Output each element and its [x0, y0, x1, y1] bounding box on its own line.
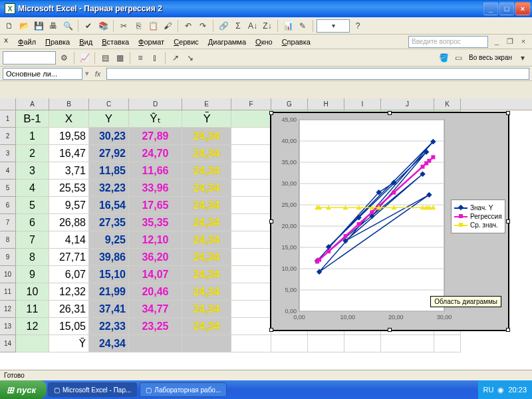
- row-header[interactable]: 5: [0, 180, 16, 197]
- cell-C8[interactable]: 9,25: [89, 231, 129, 249]
- column-header-K[interactable]: K: [434, 98, 461, 110]
- fill-color-icon[interactable]: 🪣: [437, 51, 450, 65]
- doc-restore-button[interactable]: ❐: [505, 37, 515, 47]
- cell-D3[interactable]: 24,70: [129, 145, 182, 162]
- cell-C3[interactable]: 27,92: [89, 145, 129, 162]
- sort-asc-icon[interactable]: A↓: [246, 19, 259, 33]
- format-painter-icon[interactable]: 🖌: [161, 19, 174, 33]
- cell-A12[interactable]: 11: [16, 301, 49, 318]
- cell-J14[interactable]: [381, 335, 434, 352]
- save-icon[interactable]: 💾: [32, 19, 45, 33]
- cell-E9[interactable]: 24,34: [182, 249, 231, 266]
- cell-A5[interactable]: 4: [16, 180, 49, 197]
- column-header-A[interactable]: A: [16, 98, 49, 110]
- cell-F12[interactable]: [231, 301, 271, 318]
- cell-C11[interactable]: 21,99: [89, 283, 129, 301]
- row-header[interactable]: 14: [0, 335, 16, 352]
- cell-A6[interactable]: 5: [16, 197, 49, 214]
- cut-icon[interactable]: ✂: [117, 19, 130, 33]
- tray-lang[interactable]: RU: [483, 386, 494, 394]
- cell-F11[interactable]: [231, 283, 271, 301]
- cell-E4[interactable]: 24,34: [182, 162, 231, 180]
- cell-B7[interactable]: 26,88: [49, 214, 89, 231]
- cell-C1[interactable]: Y: [89, 110, 129, 128]
- cell-E11[interactable]: 24,34: [182, 283, 231, 301]
- cell-A8[interactable]: 7: [16, 231, 49, 249]
- angle-ccw-icon[interactable]: ↗: [169, 51, 182, 65]
- sort-desc-icon[interactable]: Z↓: [261, 19, 274, 33]
- cell-B9[interactable]: 27,71: [49, 249, 89, 266]
- minimize-button[interactable]: _: [483, 2, 498, 15]
- cell-E13[interactable]: 24,34: [182, 318, 231, 335]
- data-table-icon[interactable]: ▦: [113, 51, 126, 65]
- options-icon[interactable]: ▾: [516, 51, 529, 65]
- cell-F7[interactable]: [231, 214, 271, 231]
- column-header-D[interactable]: D: [129, 98, 182, 110]
- help-icon[interactable]: ?: [351, 19, 364, 33]
- column-header-H[interactable]: H: [308, 98, 344, 110]
- cell-D4[interactable]: 11,66: [129, 162, 182, 180]
- cell-C9[interactable]: 39,86: [89, 249, 129, 266]
- cell-C14[interactable]: 24,34: [89, 335, 129, 352]
- row-header[interactable]: 9: [0, 249, 16, 266]
- cell-C6[interactable]: 16,54: [89, 197, 129, 214]
- taskbar-item-excel[interactable]: ▢Microsoft Excel - Пар...: [48, 382, 137, 397]
- cell-F3[interactable]: [231, 145, 271, 162]
- column-header-I[interactable]: I: [344, 98, 381, 110]
- taskbar-item-word[interactable]: ▢Лабораторная рабо...: [140, 382, 227, 397]
- menu-сервис[interactable]: Сервис: [169, 37, 203, 47]
- cell-I14[interactable]: [344, 335, 381, 352]
- cell-D14[interactable]: [129, 335, 182, 352]
- by-column-icon[interactable]: ⫿: [148, 51, 162, 65]
- cell-A1[interactable]: В-1: [16, 110, 49, 128]
- cell-A9[interactable]: 8: [16, 249, 49, 266]
- angle-cw-icon[interactable]: ↘: [184, 51, 197, 65]
- cell-B8[interactable]: 4,14: [49, 231, 89, 249]
- cell-B3[interactable]: 16,47: [49, 145, 89, 162]
- row-header[interactable]: 4: [0, 162, 16, 180]
- cell-E12[interactable]: 24,34: [182, 301, 231, 318]
- start-button[interactable]: ⊞ пуск: [0, 380, 47, 399]
- cell-E3[interactable]: 24,34: [182, 145, 231, 162]
- tray-icon[interactable]: ◉: [497, 386, 504, 394]
- row-header[interactable]: 10: [0, 266, 16, 283]
- cell-E1[interactable]: Ȳ: [182, 110, 231, 128]
- open-icon[interactable]: 📂: [17, 19, 31, 33]
- menu-справка[interactable]: Справка: [277, 37, 315, 47]
- menu-файл[interactable]: Файл: [13, 37, 41, 47]
- doc-icon[interactable]: X: [4, 37, 13, 47]
- cell-D2[interactable]: 27,89: [129, 128, 182, 145]
- column-header-F[interactable]: F: [231, 98, 271, 110]
- research-icon[interactable]: 📚: [96, 19, 110, 33]
- fx-icon[interactable]: fx: [92, 70, 104, 78]
- cell-A2[interactable]: 1: [16, 128, 49, 145]
- cell-B1[interactable]: X: [49, 110, 89, 128]
- maximize-button[interactable]: □: [499, 2, 514, 15]
- cell-D5[interactable]: 33,96: [129, 180, 182, 197]
- cell-H14[interactable]: [308, 335, 344, 352]
- undo-icon[interactable]: ↶: [182, 19, 195, 33]
- row-header[interactable]: 7: [0, 214, 16, 231]
- cell-A14[interactable]: [16, 335, 49, 352]
- cell-E7[interactable]: 24,34: [182, 214, 231, 231]
- cell-D10[interactable]: 14,07: [129, 266, 182, 283]
- row-header[interactable]: 13: [0, 318, 16, 335]
- cell-B5[interactable]: 25,53: [49, 180, 89, 197]
- cell-C13[interactable]: 22,33: [89, 318, 129, 335]
- cell-D1[interactable]: Ŷₜ: [129, 110, 182, 128]
- cell-F2[interactable]: [231, 128, 271, 145]
- cell-E5[interactable]: 24,34: [182, 180, 231, 197]
- menu-окно[interactable]: Окно: [251, 37, 277, 47]
- cell-A4[interactable]: 3: [16, 162, 49, 180]
- cell-E10[interactable]: 24,34: [182, 266, 231, 283]
- doc-close-button[interactable]: ×: [519, 37, 528, 47]
- cell-D7[interactable]: 35,35: [129, 214, 182, 231]
- cell-B10[interactable]: 6,07: [49, 266, 89, 283]
- column-header-G[interactable]: G: [271, 98, 308, 110]
- column-header-C[interactable]: C: [89, 98, 129, 110]
- close-button[interactable]: ×: [515, 2, 530, 15]
- cell-D11[interactable]: 20,46: [129, 283, 182, 301]
- cell-B4[interactable]: 3,71: [49, 162, 89, 180]
- chart-wizard-icon[interactable]: 📊: [281, 19, 295, 33]
- embedded-chart[interactable]: 0,005,0010,0015,0020,0025,0030,0035,0040…: [270, 112, 509, 331]
